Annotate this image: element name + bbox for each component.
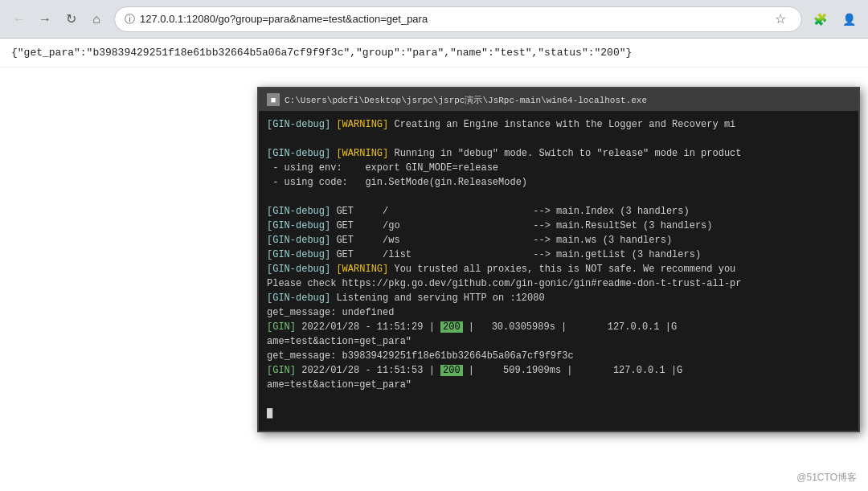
terminal-line-17: [GIN] 2022/01/28 - 11:51:53 | 200 | 509.…	[267, 363, 850, 378]
terminal-line-3: - using env: export GIN_MODE=release	[267, 161, 850, 175]
terminal-line-9: [GIN-debug] GET /list --> main.getList (…	[267, 248, 850, 262]
terminal-titlebar: ■ C:\Users\pdcfi\Desktop\jsrpc\jsrpc演示\J…	[259, 88, 858, 111]
terminal-line-4: - using code: gin.SetMode(gin.ReleaseMod…	[267, 175, 850, 190]
terminal-line-1	[267, 132, 850, 146]
watermark-text: @51CTO博客	[796, 472, 857, 483]
json-text: {"get_para":"b39839429251f18e61bb32664b5…	[11, 47, 632, 59]
json-response: {"get_para":"b39839429251f18e61bb32664b5…	[0, 39, 868, 68]
terminal-body: [GIN-debug] [WARNING] Creating an Engine…	[259, 111, 858, 434]
reload-icon: ↻	[66, 11, 76, 27]
browser-chrome: ← → ↻ ⌂ ⓘ 127.0.0.1:12080/go?group=para&…	[0, 0, 868, 39]
terminal-line-5	[267, 190, 850, 204]
terminal-cursor-line: █	[267, 407, 850, 421]
watermark: @51CTO博客	[796, 471, 857, 485]
back-icon: ←	[13, 12, 26, 27]
profile-button[interactable]: 👤	[837, 8, 860, 31]
back-button[interactable]: ←	[8, 8, 31, 31]
person-icon: 👤	[842, 13, 856, 26]
terminal-line-15: ame=test&action=get_para"	[267, 334, 850, 349]
terminal-line-7: [GIN-debug] GET /go --> main.ResultSet (…	[267, 219, 850, 233]
terminal-line-12: [GIN-debug] Listening and serving HTTP o…	[267, 291, 850, 305]
terminal-line-14: [GIN] 2022/01/28 - 11:51:29 | 200 | 30.0…	[267, 320, 850, 334]
star-icon: ☆	[775, 11, 786, 27]
url-text: 127.0.0.1:12080/go?group=para&name=test&…	[140, 13, 764, 25]
terminal-line-13: get_message: undefined	[267, 305, 850, 320]
browser-content: {"get_para":"b39839429251f18e61bb32664b5…	[0, 39, 868, 491]
extensions-button[interactable]: 🧩	[809, 8, 831, 31]
bookmark-button[interactable]: ☆	[769, 8, 792, 31]
nav-buttons: ← → ↻ ⌂	[8, 8, 108, 31]
forward-icon: →	[39, 12, 51, 27]
home-button[interactable]: ⌂	[85, 8, 108, 31]
terminal-title: C:\Users\pdcfi\Desktop\jsrpc\jsrpc演示\JsR…	[285, 94, 850, 106]
terminal-app-icon: ■	[267, 93, 280, 106]
terminal-line-6: [GIN-debug] GET / --> main.Index (3 hand…	[267, 204, 850, 219]
forward-button[interactable]: →	[34, 8, 56, 31]
reload-button[interactable]: ↻	[59, 8, 82, 31]
terminal-line-10: [GIN-debug] [WARNING] You trusted all pr…	[267, 262, 850, 276]
terminal-line-2: [GIN-debug] [WARNING] Running in "debug"…	[267, 146, 850, 161]
terminal-line-0: [GIN-debug] [WARNING] Creating an Engine…	[267, 117, 850, 132]
address-bar[interactable]: ⓘ 127.0.0.1:12080/go?group=para&name=tes…	[114, 6, 802, 32]
terminal-line-8: [GIN-debug] GET /ws --> main.ws (3 handl…	[267, 233, 850, 248]
terminal-line-16: get_message: b39839429251f18e61bb32664b5…	[267, 349, 850, 363]
terminal-window: ■ C:\Users\pdcfi\Desktop\jsrpc\jsrpc演示\J…	[257, 87, 860, 432]
terminal-line-19	[267, 392, 850, 407]
puzzle-icon: 🧩	[813, 13, 827, 26]
terminal-line-18: ame=test&action=get_para"	[267, 378, 850, 392]
home-icon: ⌂	[92, 12, 100, 27]
info-icon: ⓘ	[125, 12, 135, 27]
terminal-line-11: Please check https://pkg.go.dev/github.c…	[267, 276, 850, 291]
